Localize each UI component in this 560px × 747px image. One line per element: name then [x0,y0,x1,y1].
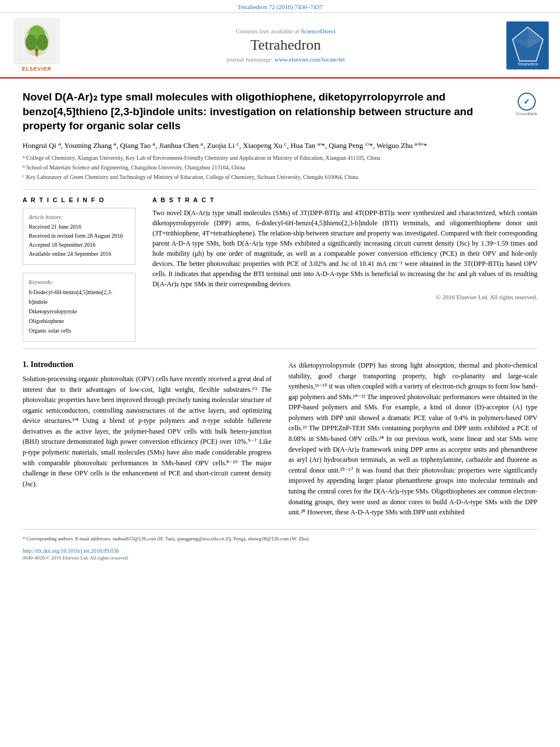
authors-line: Hongrui Qi ᵃ, Youming Zhang ᵃ, Qiang Tao… [23,141,537,150]
svg-point-6 [35,49,38,52]
article-title: Novel D(A-Ar)₂ type small molecules with… [23,90,508,133]
footer-section: * Corresponding authors. E-mail addresse… [23,529,537,561]
keyword-2: Diketopyrrolopyrrole [29,307,129,316]
svg-text:Tetrahedron: Tetrahedron [517,62,538,66]
tetrahedron-logo-svg: Tetrahedron [508,23,548,68]
journal-center: Contents lists available at ScienceDirec… [73,28,498,63]
section-number: 1. [23,360,29,369]
science-direct-link[interactable]: ScienceDirect [301,28,336,34]
article-info-abstract: A R T I C L E I N F O Article history: R… [23,196,537,342]
crossmark-icon[interactable]: ✓ [518,93,536,111]
section-title-text: Introduction [30,360,73,369]
divider-1 [23,189,537,190]
elsevier-logo: ELSEVIER [11,19,62,72]
homepage-link[interactable]: www.elsevier.com/locate/tet [274,56,345,63]
authors-text: Hongrui Qi ᵃ, Youming Zhang ᵃ, Qiang Tao… [23,141,427,150]
keyword-4: Organic solar cells [29,326,129,335]
divider-2 [23,348,537,349]
history-received: Received 21 June 2016 [29,222,129,231]
copyright-line: © 2016 Elsevier Ltd. All rights reserved… [152,294,537,300]
article-info-header: A R T I C L E I N F O [23,196,135,203]
affiliation-3: ᶜ Key Laboratory of Green Chemistry and … [23,173,537,181]
keywords-label: Keywords: [29,279,129,285]
crossmark-logo: ✓ CrossMark [516,93,537,116]
keywords-box: Keywords: 6-Dodecyl-6H-benzo[4,5]thieno[… [23,273,135,342]
svg-point-4 [25,34,37,50]
journal-title: Tetrahedron [73,37,498,54]
left-column: A R T I C L E I N F O Article history: R… [23,196,135,342]
svg-rect-7 [36,52,38,55]
abstract-header: A B S T R A C T [152,196,537,203]
article-info-box: Article history: Received 21 June 2016 R… [23,208,135,265]
body-section: 1. Introduction Solution-processing orga… [23,360,537,518]
intro-right-text: As diketopyrrolopyrrole (DPP) has strong… [288,360,537,518]
elsevier-label: ELSEVIER [22,66,52,72]
affiliation-1: ᵃ College of Chemistry, Xiangtan Univers… [23,154,537,162]
affiliations: ᵃ College of Chemistry, Xiangtan Univers… [23,154,537,181]
main-content: Novel D(A-Ar)₂ type small molecules with… [0,78,560,572]
elsevier-tree-svg [17,21,56,62]
history-accepted: Accepted 18 September 2016 [29,241,129,250]
top-bar: Tetrahedron 72 (2016) 7430–7437 [0,0,560,13]
history-online: Available online 24 September 2016 [29,250,129,259]
abstract-text: Two novel D(A-Ar)₂ type small molecules … [152,208,537,289]
intro-left-text: Solution-processing organic photovoltaic… [23,374,272,490]
page-container: Tetrahedron 72 (2016) 7430–7437 [0,0,560,572]
body-left: 1. Introduction Solution-processing orga… [23,360,272,518]
journal-header: ELSEVIER Contents lists available at Sci… [0,13,560,78]
issn-text: 0040-4020/© 2016 Elsevier Ltd. All right… [23,555,537,561]
article-title-section: Novel D(A-Ar)₂ type small molecules with… [23,90,537,133]
section-1-title: 1. Introduction [23,360,272,369]
right-column: A B S T R A C T Two novel D(A-Ar)₂ type … [152,196,537,342]
doi-link[interactable]: http://dx.doi.org/10.1016/j.tet.2016.09.… [23,548,119,554]
contents-text: Contents lists available at [235,28,299,34]
crossmark-label: CrossMark [516,112,537,116]
tetrahedron-logo-right: Tetrahedron [498,21,549,69]
keyword-3: Oligothiophene [29,316,129,326]
keyword-1: 6-Dodecyl-6H-benzo[4,5]thieno[2,3-b]indo… [29,287,129,307]
svg-point-5 [37,34,48,50]
footnote-text: * Corresponding authors. E-mail addresse… [23,535,537,543]
elsevier-logo-box [14,19,59,64]
journal-homepage: journal homepage: www.elsevier.com/locat… [73,56,498,63]
history-revised: Received in revised form 28 August 2016 [29,231,129,241]
journal-citation: Tetrahedron 72 (2016) 7430–7437 [237,3,322,10]
science-direct-line: Contents lists available at ScienceDirec… [73,28,498,34]
body-right: As diketopyrrolopyrrole (DPP) has strong… [288,360,537,518]
history-label: Article history: [29,214,129,220]
tetrahedron-logo-box: Tetrahedron [506,21,549,69]
affiliation-2: ᵇ School of Materials Science and Engine… [23,163,537,172]
homepage-label: journal homepage: [226,56,273,63]
